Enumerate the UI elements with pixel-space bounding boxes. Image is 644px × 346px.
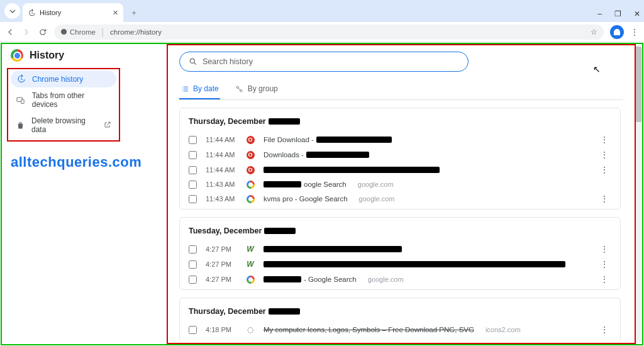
row-time: 4:18 PM: [206, 326, 237, 333]
browser-titlebar: History ✕ ＋ – ❐ ✕: [0, 0, 644, 22]
sidebar: History Chrome history Tabs from other d…: [2, 44, 159, 147]
bookmark-star-icon[interactable]: ☆: [591, 28, 597, 36]
history-icon: [28, 9, 36, 17]
row-checkbox[interactable]: [189, 195, 197, 203]
url-text: chrome://history: [110, 28, 162, 36]
group-icon: [235, 85, 244, 93]
history-row[interactable]: 4:27 PM- Google Searchgoogle.com⋮: [189, 272, 611, 287]
scrollbar-thumb[interactable]: [635, 47, 641, 122]
row-time: 11:43 AM: [206, 181, 237, 188]
back-button[interactable]: [5, 28, 15, 36]
row-checkbox[interactable]: [189, 260, 197, 269]
sidebar-item-chrome-history[interactable]: Chrome history: [11, 70, 116, 87]
opera-favicon: O: [247, 151, 255, 159]
row-checkbox[interactable]: [189, 166, 197, 174]
row-time: 4:27 PM: [206, 245, 237, 253]
history-row[interactable]: 4:27 PMW⋮: [189, 257, 611, 272]
forward-button[interactable]: [21, 28, 31, 36]
sidebar-item-label: Chrome history: [32, 75, 83, 84]
row-checkbox[interactable]: [189, 136, 197, 144]
row-menu-button[interactable]: ⋮: [600, 340, 611, 340]
tab-by-date[interactable]: By date: [179, 79, 220, 99]
main-panel: ↖ Search history By date By group Thursd…: [167, 44, 636, 344]
row-checkbox[interactable]: [189, 151, 197, 159]
history-row[interactable]: 4:27 PMW⋮: [189, 242, 611, 257]
row-time: 4:27 PM: [206, 276, 237, 283]
row-menu-button[interactable]: ⋮: [600, 325, 611, 335]
history-title: kvms pro - Google Search: [264, 195, 348, 203]
sidebar-item-tabs-other-devices[interactable]: Tabs from other devices: [11, 87, 116, 113]
history-row[interactable]: 11:44 AMOFile Download - ⋮: [189, 132, 611, 147]
row-domain: google.com: [368, 276, 404, 283]
row-checkbox[interactable]: [189, 245, 197, 254]
row-menu-button[interactable]: ⋮: [600, 165, 611, 175]
history-row[interactable]: 11:44 AMODownloads - ⋮: [189, 147, 611, 162]
day-heading: Tuesday, December: [189, 226, 611, 235]
day-group: Thursday, December 4:18 PM◌My computer I…: [179, 298, 621, 340]
row-time: 11:44 AM: [206, 166, 237, 174]
row-checkbox[interactable]: [189, 326, 197, 334]
sidebar-item-label: Tabs from other devices: [32, 91, 111, 109]
row-time: 4:27 PM: [206, 260, 237, 268]
row-domain: icons2.com: [486, 326, 521, 333]
row-menu-button[interactable]: ⋮: [600, 274, 611, 284]
address-bar[interactable]: Chrome │ chrome://history ☆: [54, 25, 604, 40]
new-tab-button[interactable]: ＋: [127, 6, 141, 20]
day-heading: Thursday, December: [189, 117, 611, 126]
row-menu-button[interactable]: ⋮: [600, 259, 611, 269]
history-title: [264, 246, 402, 252]
history-row[interactable]: 11:43 AMkvms pro - Google Searchgoogle.c…: [189, 191, 611, 206]
chevron-down-icon: [9, 8, 16, 14]
row-checkbox[interactable]: [189, 276, 197, 284]
page-content: History Chrome history Tabs from other d…: [1, 43, 643, 345]
window-close-button[interactable]: ✕: [634, 9, 640, 18]
browser-tab[interactable]: History ✕: [23, 3, 123, 22]
history-list: Thursday, December 11:44 AMOFile Downloa…: [179, 108, 623, 340]
row-checkbox[interactable]: [189, 181, 197, 189]
profile-avatar[interactable]: [610, 25, 624, 39]
row-menu-button[interactable]: ⋮: [600, 244, 611, 254]
row-menu-button[interactable]: ⋮: [600, 135, 611, 145]
view-tabs: By date By group: [179, 79, 623, 100]
site-favicon: W: [247, 245, 253, 254]
day-group: Tuesday, December 4:27 PMW⋮4:27 PMW⋮4:27…: [179, 217, 621, 290]
tab-search-button[interactable]: [4, 3, 20, 19]
generic-favicon: ◌: [247, 325, 253, 334]
tab-close-button[interactable]: ✕: [113, 9, 118, 17]
history-title: [264, 167, 440, 173]
day-heading: Thursday, December: [189, 307, 611, 316]
watermark-text: alltechqueries.com: [11, 154, 142, 170]
site-chip: Chrome: [60, 28, 96, 36]
external-link-icon: [104, 121, 111, 130]
window-minimize-button[interactable]: –: [597, 9, 602, 18]
history-row[interactable]: 11:44 AMO⋮: [189, 162, 611, 177]
history-title: My computer Icons, Logos, Symbols – Free…: [264, 326, 474, 333]
tab-by-group[interactable]: By group: [234, 79, 279, 99]
row-menu-button[interactable]: ⋮: [600, 150, 611, 160]
svg-point-0: [61, 29, 67, 35]
google-favicon: [247, 276, 255, 284]
site-favicon: W: [247, 260, 253, 269]
tab-title: History: [40, 9, 61, 16]
history-row[interactable]: 4:18 PM◌My computer Icons, Logos, Symbol…: [189, 322, 611, 337]
row-menu-button[interactable]: ⋮: [600, 194, 611, 204]
sidebar-item-delete-browsing-data[interactable]: Delete browsing data: [11, 113, 116, 138]
history-row[interactable]: 11:43 AMoogle Searchgoogle.com: [189, 177, 611, 191]
search-placeholder: Search history: [203, 57, 253, 66]
reload-button[interactable]: [38, 28, 48, 36]
history-row[interactable]: 4:17 PMpng to icon converter - Google Se…: [189, 337, 611, 340]
history-title: oogle Search: [264, 181, 347, 188]
browser-toolbar: Chrome │ chrome://history ☆ ⋮: [0, 22, 644, 42]
row-time: 11:44 AM: [206, 136, 237, 143]
window-maximize-button[interactable]: ❐: [614, 9, 621, 18]
history-title: Downloads -: [264, 151, 369, 159]
browser-menu-button[interactable]: ⋮: [630, 27, 639, 37]
search-history-input[interactable]: Search history: [179, 52, 469, 72]
google-favicon: [247, 181, 255, 189]
row-domain: google.com: [358, 181, 394, 188]
opera-favicon: O: [247, 136, 255, 144]
sidebar-nav: Chrome history Tabs from other devices D…: [7, 68, 120, 142]
row-time: 11:43 AM: [206, 195, 237, 203]
sidebar-item-label: Delete browsing data: [31, 116, 96, 134]
opera-favicon: O: [247, 166, 255, 174]
